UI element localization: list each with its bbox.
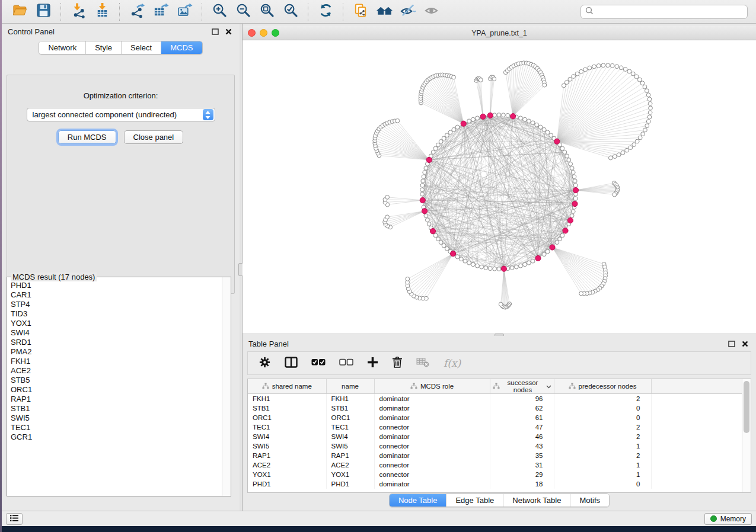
mcds-result-item[interactable]: GCR1 — [11, 432, 221, 442]
toolbar-separator — [308, 3, 308, 21]
table-panel-tabs: Node TableEdge TableNetwork TableMotifs — [389, 493, 610, 507]
float-panel-button[interactable] — [210, 26, 221, 37]
network-graph[interactable] — [243, 40, 756, 333]
status-bar: Memory — [2, 511, 756, 526]
run-mcds-button[interactable]: Run MCDS — [58, 130, 116, 144]
refresh-button[interactable] — [314, 2, 337, 21]
mcds-result-item[interactable]: TID3 — [11, 309, 221, 319]
mcds-result-item[interactable]: FKH1 — [11, 357, 221, 366]
mcds-result-item[interactable]: YOX1 — [11, 319, 221, 328]
tab-edge-table[interactable]: Edge Table — [446, 494, 503, 507]
table-panel-title: Table Panel — [248, 339, 289, 348]
unchecked-boxes-icon — [339, 358, 353, 368]
mcds-result-item[interactable]: TEC1 — [11, 423, 221, 432]
memory-button[interactable]: Memory — [704, 513, 752, 525]
float-table-panel-button[interactable] — [726, 338, 737, 349]
close-mcds-panel-button[interactable]: Close panel — [124, 130, 184, 144]
table-row[interactable]: FKH1FKH1dominator962 — [248, 394, 742, 403]
export-table-button[interactable] — [149, 2, 173, 21]
criterion-dropdown[interactable]: largest connected component (undirected) — [27, 108, 215, 121]
mcds-result-item[interactable]: CAR1 — [11, 290, 221, 300]
column-header-predecessor-nodes[interactable]: predecessor nodes — [554, 379, 651, 394]
tab-style[interactable]: Style — [85, 41, 121, 54]
mcds-result-item[interactable]: PMA2 — [11, 347, 221, 357]
mcds-result-title: MCDS result (17 nodes) — [11, 273, 97, 281]
delete-column-button[interactable] — [392, 356, 403, 371]
tree-icon — [493, 383, 500, 390]
hide-selected-button[interactable] — [396, 2, 420, 21]
import-network-button[interactable] — [66, 2, 90, 21]
table-scrollbar[interactable] — [742, 379, 751, 492]
window-close-button[interactable] — [248, 29, 256, 37]
tab-node-table[interactable]: Node Table — [390, 494, 446, 507]
tree-icon — [410, 383, 417, 390]
close-table-panel-button[interactable] — [739, 338, 750, 349]
mcds-result-item[interactable]: ORC1 — [11, 385, 221, 395]
table-settings-button[interactable] — [259, 356, 271, 371]
table-row[interactable]: SWI5SWI5connector431 — [248, 441, 742, 451]
mcds-result-item[interactable]: STB1 — [11, 404, 221, 414]
control-panel: Control Panel NetworkStyleSelectMCDS Opt… — [2, 24, 240, 511]
plus-icon — [367, 357, 378, 370]
close-panel-button[interactable] — [223, 26, 234, 37]
table-row[interactable]: PHD1PHD1dominator180 — [248, 479, 742, 489]
column-header-name[interactable]: name — [326, 379, 374, 394]
toolbar-separator — [202, 3, 202, 21]
task-history-button[interactable] — [6, 513, 23, 525]
show-columns-button[interactable] — [285, 357, 298, 370]
network-window-titlebar[interactable]: YPA_prune.txt_1 — [243, 26, 756, 40]
mcds-result-item[interactable]: SWI5 — [11, 414, 221, 423]
zoom-in-button[interactable] — [208, 2, 231, 21]
tab-network-table[interactable]: Network Table — [503, 494, 570, 507]
tab-select[interactable]: Select — [121, 41, 161, 54]
window-maximize-button[interactable] — [272, 29, 279, 37]
network-window-title: YPA_prune.txt_1 — [471, 29, 527, 37]
tab-network[interactable]: Network — [39, 41, 85, 54]
optimization-criterion-label: Optimization criterion: — [7, 91, 234, 100]
export-image-button[interactable] — [173, 2, 196, 21]
mcds-result-item[interactable]: STP4 — [11, 300, 221, 309]
mcds-result-item[interactable]: PHD1 — [11, 281, 221, 290]
mcds-result-item[interactable]: RAP1 — [11, 395, 221, 404]
deselect-all-button[interactable] — [339, 358, 353, 368]
tab-motifs[interactable]: Motifs — [570, 494, 609, 507]
import-table-button[interactable] — [90, 2, 114, 21]
select-all-button[interactable] — [311, 358, 326, 368]
table-row[interactable]: STB1STB1dominator620 — [248, 403, 742, 413]
import-network-icon — [71, 2, 87, 21]
show-all-networks-button[interactable] — [372, 2, 396, 21]
mcds-result-item[interactable]: SWI4 — [11, 328, 221, 338]
table-row[interactable]: YOX1YOX1connector291 — [248, 470, 742, 479]
column-header-shared-name[interactable]: shared name — [248, 379, 326, 394]
search-input[interactable] — [594, 8, 744, 16]
show-eye-button[interactable] — [420, 2, 444, 21]
mcds-result-item[interactable]: STB5 — [11, 376, 221, 385]
table-row[interactable]: SWI4SWI4dominator462 — [248, 432, 742, 441]
table-row[interactable]: TEC1TEC1connector472 — [248, 422, 742, 432]
zoom-selected-button[interactable] — [279, 2, 302, 21]
mcds-result-list[interactable]: PHD1CAR1STP4TID3YOX1SWI4SRD1PMA2FKH1ACE2… — [8, 281, 221, 495]
tab-mcds[interactable]: MCDS — [161, 41, 202, 54]
mcds-result-item[interactable]: SRD1 — [11, 338, 221, 347]
network-canvas[interactable] — [243, 40, 756, 333]
result-scrollbar[interactable] — [222, 277, 231, 496]
search-box[interactable] — [580, 5, 748, 19]
table-scrollbar-thumb[interactable] — [744, 381, 749, 433]
save-session-button[interactable] — [31, 2, 55, 21]
open-file-button[interactable] — [8, 2, 31, 21]
node-table[interactable]: shared namenameMCDS rolesuccessor nodesp… — [248, 379, 742, 489]
add-column-button[interactable] — [367, 357, 378, 370]
table-header-row[interactable]: shared namenameMCDS rolesuccessor nodesp… — [248, 379, 742, 394]
column-header-successor-nodes[interactable]: successor nodes — [490, 379, 554, 394]
column-header-MCDS-role[interactable]: MCDS role — [374, 379, 490, 394]
table-row[interactable]: ACE2ACE2connector311 — [248, 460, 742, 470]
window-minimize-button[interactable] — [260, 29, 267, 37]
duplicate-network-button[interactable] — [349, 2, 372, 21]
export-network-button[interactable] — [125, 2, 149, 21]
zoom-out-button[interactable] — [231, 2, 255, 21]
mcds-result-item[interactable]: ACE2 — [11, 366, 221, 376]
zoom-fit-button[interactable] — [255, 2, 279, 21]
table-row[interactable]: ORC1ORC1dominator610 — [248, 413, 742, 422]
delete-table-icon — [416, 357, 430, 370]
table-row[interactable]: RAP1RAP1dominator352 — [248, 451, 742, 460]
